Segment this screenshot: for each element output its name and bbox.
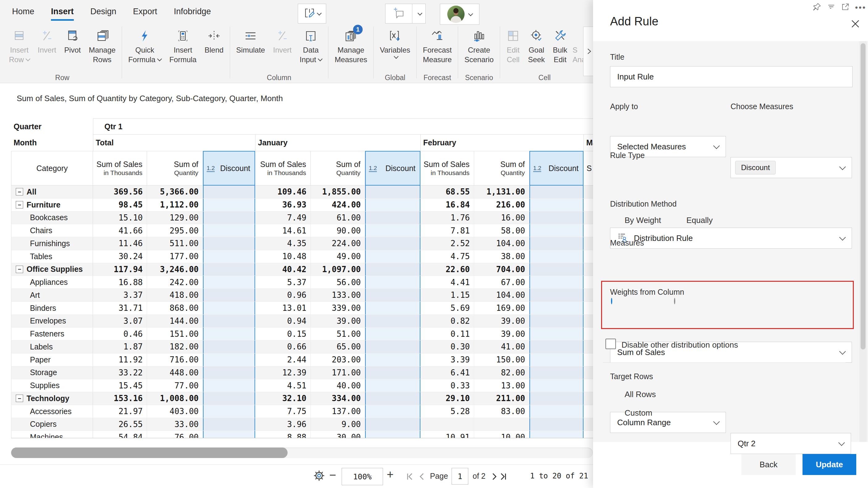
collapse-toggle-icon[interactable]: − bbox=[16, 395, 23, 402]
account-button[interactable] bbox=[440, 4, 479, 25]
discount-cell[interactable] bbox=[365, 367, 421, 379]
discount-cell[interactable] bbox=[203, 199, 255, 211]
discount-cell[interactable] bbox=[365, 289, 421, 302]
discount-cell[interactable] bbox=[365, 353, 421, 366]
discount-cell[interactable] bbox=[203, 276, 255, 289]
sales-header-cell[interactable]: Sum of Salesin Thousands bbox=[255, 151, 311, 185]
discount-cell[interactable] bbox=[203, 367, 255, 379]
discount-cell[interactable] bbox=[529, 199, 584, 211]
ribbon-button-bulk-edit[interactable]: BulkEdit bbox=[549, 27, 571, 73]
discount-cell[interactable] bbox=[203, 392, 255, 405]
rule-type-select[interactable]: Distribution Rule bbox=[610, 228, 852, 249]
ribbon-button-data-input[interactable]: DataInput bbox=[296, 27, 326, 73]
discount-cell[interactable] bbox=[365, 211, 421, 224]
filter-lines-icon[interactable] bbox=[827, 2, 836, 13]
discount-cell[interactable] bbox=[529, 276, 584, 289]
discount-cell[interactable] bbox=[365, 224, 421, 237]
quantity-header-cell[interactable]: Sum ofQuantity bbox=[311, 151, 365, 185]
choose-measures-select[interactable]: Discount bbox=[731, 157, 852, 178]
ribbon-button-manage-measures[interactable]: 1ManageMeasures bbox=[331, 27, 371, 73]
radio-by-weight-label[interactable]: By Weight bbox=[625, 216, 661, 225]
discount-cell[interactable] bbox=[529, 237, 584, 250]
discount-cell[interactable] bbox=[203, 379, 255, 392]
discount-cell[interactable] bbox=[365, 302, 421, 315]
discount-cell[interactable] bbox=[529, 263, 584, 276]
quantity-header-cell[interactable]: Sum ofQuantity bbox=[474, 151, 529, 185]
ribbon-button-insert-formula[interactable]: InsertFormula bbox=[165, 27, 200, 73]
tab-infobridge[interactable]: Infobridge bbox=[174, 7, 211, 21]
next-page-icon[interactable] bbox=[490, 472, 499, 482]
discount-cell[interactable] bbox=[365, 341, 421, 353]
quarter-header-cell[interactable]: Qtr 1 bbox=[93, 118, 593, 135]
discount-cell[interactable] bbox=[365, 263, 421, 276]
discount-cell[interactable] bbox=[203, 431, 255, 438]
discount-cell[interactable] bbox=[203, 341, 255, 353]
discount-cell[interactable] bbox=[203, 211, 255, 224]
discount-cell[interactable] bbox=[529, 185, 584, 198]
zoom-out-button[interactable]: − bbox=[329, 469, 336, 481]
discount-cell[interactable] bbox=[203, 263, 255, 276]
discount-cell[interactable] bbox=[529, 211, 584, 224]
settings-gear-icon[interactable] bbox=[313, 470, 325, 483]
discount-cell[interactable] bbox=[529, 392, 584, 405]
month-header-total[interactable]: Total bbox=[93, 135, 255, 151]
discount-cell[interactable] bbox=[365, 185, 421, 198]
ribbon-button-variables[interactable]: Variables bbox=[376, 27, 414, 73]
discount-cell[interactable] bbox=[203, 185, 255, 198]
tab-home[interactable]: Home bbox=[12, 7, 34, 21]
discount-cell[interactable] bbox=[203, 418, 255, 431]
collapse-toggle-icon[interactable]: − bbox=[16, 266, 23, 273]
discount-cell[interactable] bbox=[529, 302, 584, 315]
page-number-input[interactable] bbox=[452, 468, 468, 485]
month-header-february[interactable]: February bbox=[421, 135, 584, 151]
pin-icon[interactable] bbox=[812, 2, 822, 13]
sales-header-cell[interactable]: Sum of Salesin Thousands bbox=[93, 151, 147, 185]
ribbon-button-simulate[interactable]: Simulate bbox=[232, 27, 269, 73]
horizontal-scrollbar[interactable] bbox=[11, 448, 593, 458]
ribbon-button-goal-seek[interactable]: GoalSeek bbox=[524, 27, 549, 73]
tab-insert[interactable]: Insert bbox=[51, 7, 74, 21]
discount-cell[interactable] bbox=[203, 224, 255, 237]
discount-cell[interactable] bbox=[365, 315, 421, 327]
ribbon-button-manage-rows[interactable]: ManageRows bbox=[85, 27, 120, 73]
discount-cell[interactable] bbox=[529, 367, 584, 379]
discount-header-cell[interactable]: 1.2Discount bbox=[365, 151, 421, 185]
first-page-icon[interactable] bbox=[405, 472, 414, 482]
discount-cell[interactable] bbox=[365, 276, 421, 289]
discount-cell[interactable] bbox=[203, 353, 255, 366]
tab-design[interactable]: Design bbox=[91, 7, 117, 21]
collapse-toggle-icon[interactable]: − bbox=[16, 188, 23, 196]
radio-all-rows-label[interactable]: All Rows bbox=[625, 390, 656, 399]
ribbon-button-forecast-measure[interactable]: ForecastMeasure bbox=[419, 27, 456, 73]
discount-cell[interactable] bbox=[203, 405, 255, 418]
discount-cell[interactable] bbox=[529, 327, 584, 340]
zoom-in-button[interactable]: + bbox=[387, 468, 394, 480]
discount-cell[interactable] bbox=[365, 431, 421, 438]
horizontal-scrollbar-thumb[interactable] bbox=[11, 448, 287, 458]
discount-cell[interactable] bbox=[203, 315, 255, 327]
discount-cell[interactable] bbox=[203, 250, 255, 263]
close-icon[interactable] bbox=[850, 19, 861, 30]
month-header-january[interactable]: January bbox=[255, 135, 421, 151]
panel-scrollbar-thumb[interactable] bbox=[861, 43, 866, 349]
comment-dropdown-button[interactable] bbox=[412, 4, 425, 23]
number-format-icon[interactable]: 1.2 bbox=[533, 165, 541, 172]
last-page-icon[interactable] bbox=[499, 472, 508, 482]
back-button[interactable]: Back bbox=[741, 454, 796, 475]
discount-header-cell[interactable]: 1.2Discount bbox=[529, 151, 584, 185]
weights-column-select[interactable]: Qtr 2 bbox=[731, 433, 851, 454]
discount-cell[interactable] bbox=[365, 392, 421, 405]
discount-cell[interactable] bbox=[203, 237, 255, 250]
disable-options-checkbox[interactable] bbox=[606, 339, 616, 349]
previous-page-icon[interactable] bbox=[417, 472, 426, 482]
edit-annotation-button[interactable] bbox=[298, 4, 326, 24]
discount-cell[interactable] bbox=[529, 405, 584, 418]
discount-cell[interactable] bbox=[365, 379, 421, 392]
discount-cell[interactable] bbox=[365, 327, 421, 340]
radio-equally-label[interactable]: Equally bbox=[686, 216, 713, 225]
discount-header-cell[interactable]: 1.2Discount bbox=[203, 151, 255, 185]
ribbon-button-blend[interactable]: Blend bbox=[200, 27, 227, 73]
zoom-level-field[interactable]: 100% bbox=[342, 468, 383, 485]
add-comment-button[interactable] bbox=[385, 4, 426, 24]
discount-cell[interactable] bbox=[365, 418, 421, 431]
